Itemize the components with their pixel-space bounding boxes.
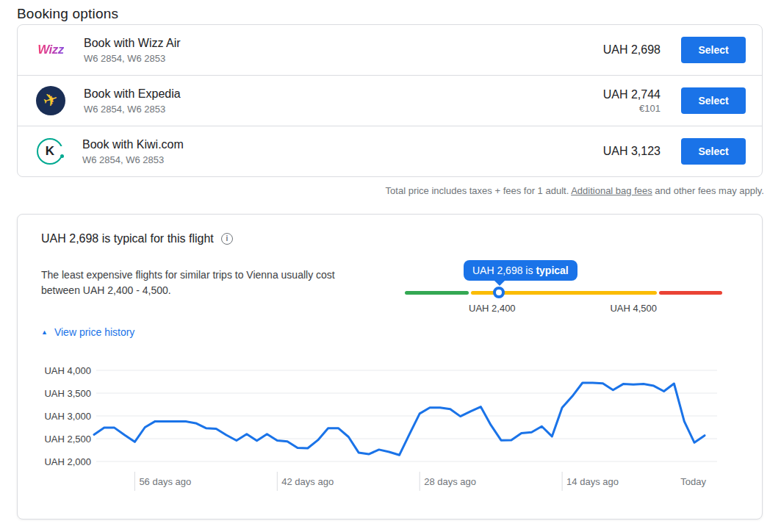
- disclaimer-prefix: Total price includes taxes + fees for 1 …: [386, 185, 572, 196]
- tooltip-pointer: [494, 281, 505, 286]
- price-range-indicator: UAH 2,698 is typical UAH 2,400 UAH 4,500: [405, 259, 722, 326]
- tooltip-bold-text: typical: [536, 265, 568, 276]
- price-history-chart: UAH 2,000UAH 2,500UAH 3,000UAH 3,500UAH …: [30, 356, 757, 503]
- y-axis-tick-label: UAH 3,500: [44, 388, 91, 399]
- price-disclaimer: Total price includes taxes + fees for 1 …: [386, 185, 764, 196]
- provider-name: Book with Expedia: [84, 87, 181, 101]
- view-price-history-toggle[interactable]: ▲ View price history: [41, 326, 134, 338]
- flight-numbers: W6 2854, W6 2853: [84, 104, 181, 115]
- price-block: UAH 3,123: [603, 145, 661, 158]
- select-button-wizzair[interactable]: Select: [681, 37, 746, 63]
- y-axis-tick-label: UAH 2,500: [44, 434, 91, 445]
- y-axis-tick-label: UAH 4,000: [44, 365, 91, 376]
- info-icon-glyph: i: [226, 235, 228, 242]
- slider-segment-high: [659, 291, 722, 295]
- wizzair-wordmark: Wizz: [37, 43, 64, 57]
- price-insights-card: UAH 2,698 is typical for this flight i T…: [17, 214, 763, 520]
- airplane-icon: ✈: [40, 90, 60, 111]
- booking-row-text: Book with Expedia W6 2854, W6 2853: [84, 87, 181, 115]
- range-low-label: UAH 2,400: [469, 303, 516, 314]
- collapse-icon: ▲: [41, 329, 48, 336]
- booking-options-card: Wizz Book with Wizz Air W6 2854, W6 2853…: [17, 24, 763, 177]
- x-axis-tick-label: Today: [680, 476, 706, 487]
- x-axis-tick-label: 28 days ago: [424, 476, 476, 487]
- flight-numbers: W6 2854, W6 2853: [82, 154, 184, 165]
- x-axis-tick-label: 56 days ago: [139, 476, 191, 487]
- kiwi-logo-letter: K: [35, 137, 65, 166]
- x-axis-tick-label: 14 days ago: [566, 476, 619, 487]
- booking-row-wizzair: Wizz Book with Wizz Air W6 2854, W6 2853…: [18, 25, 762, 75]
- provider-name: Book with Wizz Air: [84, 37, 181, 50]
- select-button-expedia[interactable]: Select: [681, 87, 746, 114]
- booking-row-text: Book with Kiwi.com W6 2854, W6 2853: [82, 138, 184, 165]
- select-button-kiwi[interactable]: Select: [681, 138, 746, 165]
- typical-price-tooltip: UAH 2,698 is typical: [464, 260, 577, 281]
- history-toggle-label: View price history: [54, 326, 134, 338]
- info-icon[interactable]: i: [221, 233, 233, 245]
- current-price-marker: [493, 287, 505, 298]
- expedia-logo-circle: ✈: [36, 86, 65, 115]
- range-high-label: UAH 4,500: [610, 303, 657, 314]
- price-history-line: [94, 383, 705, 455]
- price: UAH 2,744: [603, 88, 661, 101]
- flight-numbers: W6 2854, W6 2853: [84, 53, 181, 64]
- booking-row-kiwi: K Book with Kiwi.com W6 2854, W6 2853 UA…: [18, 126, 762, 176]
- slider-segment-low: [405, 291, 469, 295]
- page-title: Booking options: [17, 6, 118, 22]
- x-axis-tick-label: 42 days ago: [281, 476, 334, 487]
- booking-row-expedia: ✈ Book with Expedia W6 2854, W6 2853 UAH…: [18, 75, 762, 126]
- price-insights-title: UAH 2,698 is typical for this flight: [41, 232, 214, 245]
- price-insights-description: The least expensive flights for similar …: [41, 267, 370, 298]
- price: UAH 2,698: [603, 43, 661, 57]
- expedia-logo: ✈: [35, 85, 66, 116]
- provider-name: Book with Kiwi.com: [82, 138, 184, 151]
- alt-price: €101: [603, 103, 661, 114]
- booking-row-text: Book with Wizz Air W6 2854, W6 2853: [84, 37, 181, 64]
- price-block: UAH 2,698: [603, 43, 661, 57]
- price-insights-header: UAH 2,698 is typical for this flight i: [41, 232, 233, 245]
- y-axis-tick-label: UAH 3,000: [44, 411, 91, 422]
- additional-bag-fees-link[interactable]: Additional bag fees: [571, 185, 652, 196]
- disclaimer-suffix: and other fees may apply.: [652, 185, 764, 196]
- y-axis-tick-label: UAH 2,000: [44, 456, 91, 467]
- kiwi-logo: K: [35, 137, 65, 166]
- price-block: UAH 2,744 €101: [603, 88, 661, 114]
- wizzair-logo: Wizz: [35, 35, 66, 65]
- tooltip-text: UAH 2,698 is: [472, 265, 536, 276]
- price: UAH 3,123: [603, 145, 661, 158]
